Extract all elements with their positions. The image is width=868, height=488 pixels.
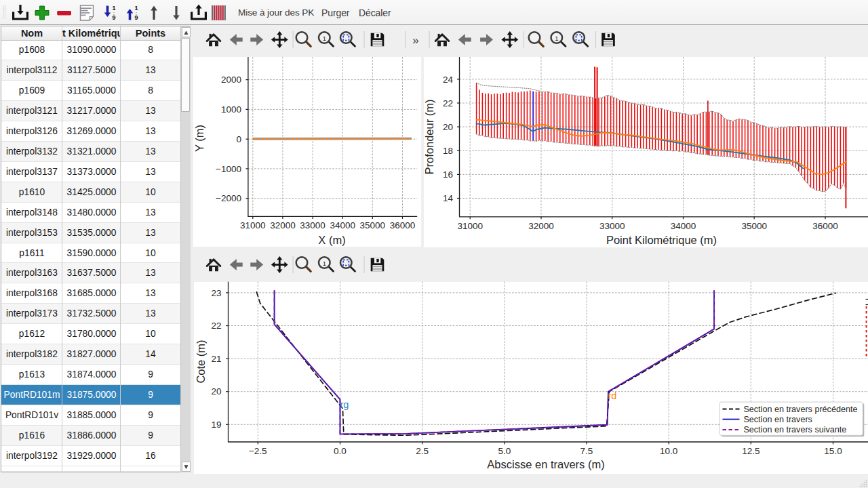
- svg-text:1: 1: [323, 35, 326, 42]
- svg-text:24: 24: [443, 75, 454, 85]
- svg-text:34000: 34000: [671, 221, 696, 231]
- svg-text:31000: 31000: [457, 221, 483, 231]
- svg-text:Abscisse en travers (m): Abscisse en travers (m): [487, 458, 604, 470]
- svg-text:10.0: 10.0: [660, 446, 677, 456]
- svg-text:36000: 36000: [812, 221, 838, 231]
- svg-text:Profondeur (m): Profondeur (m): [423, 100, 435, 175]
- svg-text:22: 22: [443, 98, 453, 108]
- svg-text:32000: 32000: [528, 221, 554, 231]
- svg-text:16: 16: [443, 169, 453, 180]
- svg-text:34000: 34000: [330, 220, 355, 230]
- svg-text:15.0: 15.0: [824, 446, 842, 456]
- svg-text:Section en travers: Section en travers: [743, 415, 812, 424]
- svg-text:18: 18: [443, 146, 453, 156]
- svg-text:0.0: 0.0: [334, 446, 347, 456]
- svg-text:14: 14: [443, 193, 454, 203]
- svg-text:22: 22: [211, 321, 221, 331]
- svg-text::: :: [136, 11, 137, 16]
- svg-text:1: 1: [555, 35, 558, 42]
- svg-text:33000: 33000: [300, 220, 326, 230]
- svg-text:20: 20: [211, 386, 221, 396]
- svg-text:−1000: −1000: [216, 164, 241, 174]
- svg-text:36000: 36000: [390, 220, 416, 230]
- svg-text:1: 1: [134, 5, 138, 12]
- svg-text:1: 1: [323, 260, 326, 267]
- svg-text:0: 0: [236, 134, 241, 144]
- svg-text:20: 20: [443, 122, 453, 132]
- svg-text:32000: 32000: [270, 220, 296, 230]
- svg-text:23: 23: [211, 288, 221, 298]
- svg-text:Y (m): Y (m): [193, 125, 205, 152]
- svg-text:35000: 35000: [360, 220, 386, 230]
- svg-text:Section en travers suivante: Section en travers suivante: [743, 425, 846, 434]
- svg-text::: :: [113, 11, 115, 16]
- svg-text:2000: 2000: [221, 75, 241, 85]
- svg-text:21: 21: [211, 354, 221, 364]
- svg-text:33000: 33000: [599, 221, 625, 231]
- svg-text:−2.5: −2.5: [249, 446, 267, 456]
- svg-text:2.5: 2.5: [416, 446, 429, 456]
- svg-text:rg: rg: [340, 399, 349, 410]
- svg-text:12.5: 12.5: [742, 446, 760, 456]
- svg-text:1000: 1000: [221, 104, 241, 115]
- svg-text:Cote (m): Cote (m): [195, 340, 207, 383]
- svg-text:rd: rd: [608, 390, 617, 401]
- svg-text:»: »: [412, 34, 418, 47]
- svg-text:Point Kilométrique (m): Point Kilométrique (m): [606, 234, 717, 246]
- svg-text:7.5: 7.5: [580, 446, 593, 456]
- svg-text:Section en travers précédente: Section en travers précédente: [743, 405, 857, 414]
- svg-text:35000: 35000: [741, 221, 767, 231]
- svg-text:19: 19: [211, 420, 221, 430]
- svg-text:31000: 31000: [240, 220, 266, 230]
- svg-text:5.0: 5.0: [498, 446, 511, 456]
- svg-text:X (m): X (m): [318, 234, 345, 246]
- svg-text:−2000: −2000: [216, 193, 241, 203]
- svg-text:1: 1: [112, 5, 115, 12]
